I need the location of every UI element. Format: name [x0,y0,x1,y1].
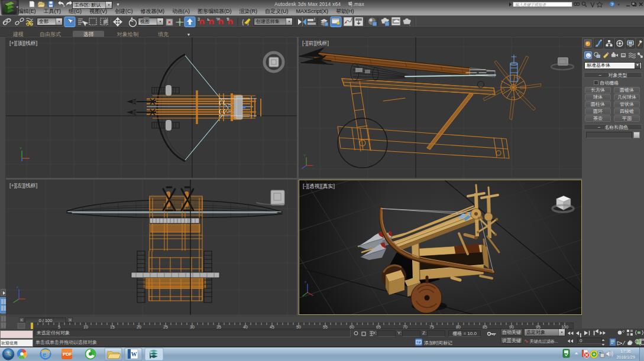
svg-text:?: ? [611,2,613,7]
svg-text:Y: Y [20,147,22,150]
svg-text:z: z [305,280,306,284]
svg-text:75: 75 [429,325,434,329]
svg-text:15: 15 [110,325,115,329]
svg-text:60: 60 [349,325,354,329]
svg-text:▼: ▼ [617,3,620,6]
svg-text:Y: Y [303,154,306,157]
svg-text:30: 30 [190,325,195,329]
svg-text:40: 40 [243,325,248,329]
svg-text:50: 50 [296,325,301,329]
svg-text:80: 80 [456,325,461,329]
svg-text:e: e [43,350,46,359]
svg-text:z: z [17,285,18,289]
svg-text:3: 3 [198,17,200,21]
svg-text:10: 10 [83,325,88,329]
svg-text:PDF: PDF [63,352,72,357]
svg-text:85: 85 [483,325,487,329]
svg-text:55: 55 [323,325,328,329]
svg-text:20: 20 [137,325,141,329]
svg-text:W: W [131,351,137,357]
svg-text:25: 25 [163,325,168,329]
svg-text:65: 65 [376,325,381,329]
svg-text:5: 5 [58,325,60,329]
svg-text:70: 70 [403,325,407,329]
svg-text:45: 45 [270,325,274,329]
svg-text:{: { [242,19,244,25]
svg-text:35: 35 [216,325,221,329]
